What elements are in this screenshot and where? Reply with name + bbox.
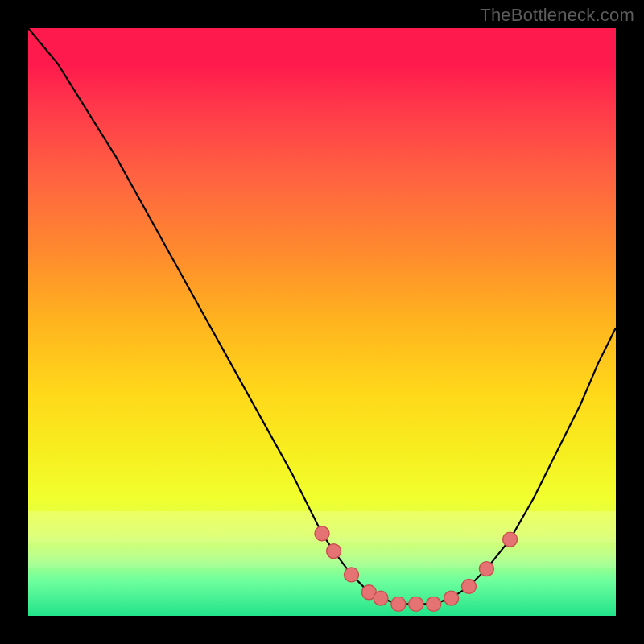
sweet-spot-dot bbox=[503, 532, 518, 547]
sweet-spot-dot bbox=[444, 591, 459, 605]
chart-svg bbox=[28, 28, 616, 616]
sweet-spot-dot bbox=[327, 544, 341, 559]
bottleneck-curve bbox=[28, 28, 616, 604]
sweet-spot-dot bbox=[374, 591, 388, 605]
sweet-spot-dot bbox=[315, 526, 329, 541]
sweet-spot-dot bbox=[462, 580, 477, 594]
sweet-spot-dot bbox=[345, 568, 359, 582]
sweet-spot-dot bbox=[479, 562, 493, 576]
chart-frame bbox=[28, 28, 616, 616]
sweet-spot-dots bbox=[315, 526, 518, 612]
watermark-text: TheBottleneck.com bbox=[480, 5, 634, 26]
sweet-spot-dot bbox=[427, 597, 441, 611]
sweet-spot-dot bbox=[409, 597, 423, 611]
sweet-spot-dot bbox=[391, 597, 406, 611]
